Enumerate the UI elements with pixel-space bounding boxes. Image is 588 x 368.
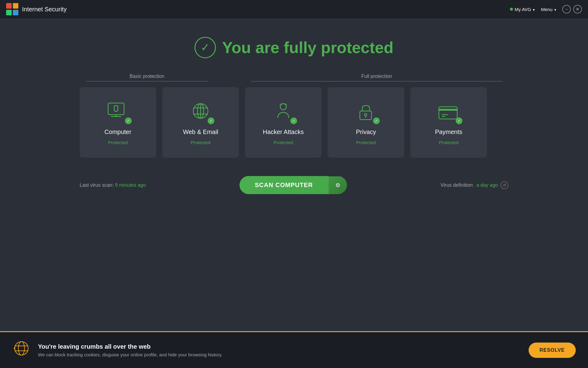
- svg-point-14: [364, 113, 367, 116]
- basic-protection-group: Basic protection: [86, 74, 208, 82]
- last-scan-time: 9 minutes ago: [115, 182, 146, 188]
- svg-rect-1: [13, 3, 18, 9]
- web-email-check-icon: ✓: [208, 117, 214, 124]
- web-email-card-title: Web & Email: [183, 128, 218, 136]
- last-scan-label: Last virus scan:: [80, 182, 114, 188]
- protection-labels: Basic protection Full protection: [80, 74, 508, 82]
- hacker-attacks-card-status: Protected: [273, 140, 293, 145]
- hacker-attacks-card-title: Hacker Attacks: [263, 128, 303, 136]
- web-email-card-status: Protected: [191, 140, 210, 145]
- banner-title: You're leaving crumbs all over the web: [38, 343, 222, 350]
- hacker-attacks-card-icon: ✓: [270, 100, 297, 124]
- avg-logo-icon: [6, 3, 18, 15]
- payments-card-status: Protected: [439, 140, 458, 145]
- protection-section: Basic protection Full protection: [80, 74, 508, 158]
- computer-check-icon: ✓: [125, 117, 132, 124]
- svg-point-20: [15, 342, 28, 355]
- privacy-check-icon: ✓: [373, 117, 380, 124]
- banner-text: You're leaving crumbs all over the web W…: [38, 343, 222, 357]
- status-section: ✓ You are fully protected: [194, 37, 394, 58]
- svg-point-21: [18, 342, 24, 355]
- virus-def-time: a day ago: [477, 182, 498, 188]
- web-email-card[interactable]: ✓ Web & Email Protected: [162, 87, 239, 158]
- resolve-button[interactable]: RESOLVE: [529, 343, 576, 358]
- status-circle-icon: ✓: [194, 37, 216, 58]
- myavg-label: My AVG: [515, 7, 531, 12]
- menu-button[interactable]: Menu: [541, 7, 556, 12]
- payments-card[interactable]: ✓ Payments Protected: [410, 87, 487, 158]
- web-email-card-icon: ✓: [187, 100, 214, 124]
- svg-rect-0: [6, 3, 12, 9]
- svg-rect-16: [439, 107, 457, 119]
- online-indicator: [510, 8, 513, 11]
- svg-rect-2: [6, 10, 12, 15]
- payments-card-title: Payments: [435, 128, 462, 136]
- bottom-banner: You're leaving crumbs all over the web W…: [0, 331, 588, 368]
- minimize-button[interactable]: −: [562, 5, 571, 13]
- scan-button-wrapper: SCAN COMPUTER ⚙: [239, 176, 347, 194]
- payments-card-icon: ✓: [435, 100, 462, 124]
- titlebar-left: Internet Security: [6, 3, 67, 15]
- scan-section: Last virus scan: 9 minutes ago SCAN COMP…: [80, 176, 508, 194]
- hacker-attacks-card[interactable]: ✓ Hacker Attacks Protected: [245, 87, 322, 158]
- virus-def-label: Virus definition:: [441, 182, 474, 188]
- cards-row: ✓ Computer Protected ✓ Web & E: [80, 87, 508, 158]
- svg-rect-4: [108, 103, 124, 115]
- privacy-card-title: Privacy: [356, 128, 376, 136]
- menu-label: Menu: [541, 7, 552, 12]
- svg-rect-13: [360, 111, 371, 120]
- full-protection-label: Full protection: [361, 74, 392, 79]
- titlebar: Internet Security My AVG Menu − ✕: [0, 0, 588, 18]
- basic-divider: [86, 81, 208, 82]
- myavg-chevron-icon: [533, 7, 535, 12]
- computer-card-title: Computer: [104, 128, 131, 136]
- close-button[interactable]: ✕: [573, 5, 582, 13]
- svg-point-12: [280, 104, 286, 110]
- last-scan-info: Last virus scan: 9 minutes ago: [80, 182, 146, 188]
- payments-check-icon: ✓: [456, 117, 462, 124]
- window-controls: − ✕: [562, 5, 582, 13]
- privacy-card[interactable]: ✓ Privacy Protected: [328, 87, 404, 158]
- computer-card-status: Protected: [108, 140, 128, 145]
- status-text: You are fully protected: [222, 38, 394, 57]
- privacy-card-status: Protected: [356, 140, 376, 145]
- app-title: Internet Security: [22, 6, 67, 13]
- myavg-button[interactable]: My AVG: [510, 7, 535, 12]
- scan-settings-button[interactable]: ⚙: [328, 176, 347, 194]
- computer-card-icon: ✓: [104, 100, 132, 124]
- refresh-virus-def-button[interactable]: ↺: [500, 181, 508, 189]
- hacker-attacks-check-icon: ✓: [290, 117, 297, 124]
- scan-computer-button[interactable]: SCAN COMPUTER: [239, 176, 328, 194]
- svg-rect-3: [13, 10, 18, 15]
- computer-card[interactable]: ✓ Computer Protected: [80, 87, 156, 158]
- full-protection-group: Full protection: [251, 74, 502, 82]
- main-content: ✓ You are fully protected Basic protecti…: [0, 18, 588, 194]
- banner-tracking-icon: [12, 339, 31, 361]
- privacy-card-icon: ✓: [352, 100, 380, 124]
- banner-left: You're leaving crumbs all over the web W…: [12, 339, 222, 361]
- menu-chevron-icon: [554, 7, 556, 12]
- full-divider: [251, 81, 502, 82]
- titlebar-right: My AVG Menu − ✕: [510, 5, 582, 13]
- virus-definition-info: Virus definition: a day ago ↺: [441, 181, 508, 189]
- banner-description: We can block tracking cookies, disguise …: [38, 352, 222, 357]
- basic-protection-label: Basic protection: [130, 74, 164, 79]
